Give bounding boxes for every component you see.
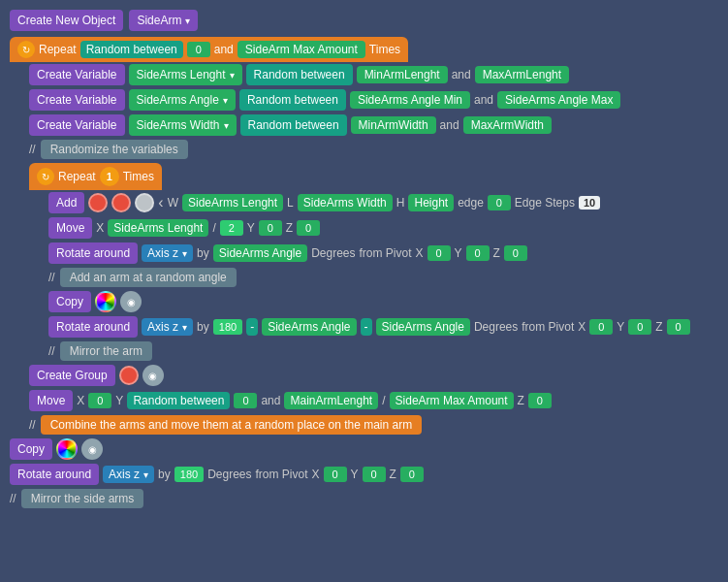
- rotate2-axis-label: Axis z: [147, 320, 178, 334]
- gray-circle: [135, 193, 154, 212]
- random-between4-block[interactable]: Random between: [240, 114, 347, 136]
- create-var3-row: Create Variable SideArms Width ▾ Random …: [29, 114, 718, 136]
- add-height[interactable]: Height: [408, 194, 454, 211]
- comment2-row: // Add an arm at a random angle: [48, 268, 718, 287]
- add-steps-val[interactable]: 10: [579, 196, 600, 210]
- create-group-gray-circle[interactable]: ◉: [142, 365, 164, 386]
- copy1-block[interactable]: Copy: [48, 291, 91, 312]
- rotate3-block[interactable]: Rotate around: [10, 464, 99, 485]
- add-sidearms-lenght[interactable]: SideArms Lenght: [182, 194, 283, 211]
- object-name-block[interactable]: SideArm ▾: [129, 10, 198, 31]
- repeat1-val1[interactable]: 0: [187, 42, 210, 57]
- rotate2-by: by: [197, 320, 209, 334]
- comment5-text: Mirror the side arms: [21, 489, 144, 508]
- repeat2-val[interactable]: 1: [100, 167, 119, 186]
- add-block[interactable]: Add: [48, 192, 84, 213]
- move2-z-val[interactable]: 0: [528, 393, 552, 408]
- rotate1-z-val[interactable]: 0: [504, 245, 527, 261]
- rotate2-x-val[interactable]: 0: [589, 319, 613, 335]
- add-l: L: [287, 196, 294, 210]
- rotate2-val[interactable]: 180: [213, 319, 242, 335]
- sidearms-width-block[interactable]: SideArms Width ▾: [129, 114, 237, 136]
- add-row: Add ‹ W SideArms Lenght L SideArms Width…: [48, 192, 718, 213]
- chevron-icon6: ▾: [143, 469, 148, 480]
- repeat1-times: Times: [369, 43, 400, 56]
- copy2-gray-circle[interactable]: ◉: [81, 438, 103, 460]
- move1-sidearms-lenght[interactable]: SideArms Lenght: [108, 219, 208, 237]
- sidearm-max-amount-block[interactable]: SideArm Max Amount: [237, 41, 365, 58]
- add-edge-val[interactable]: 0: [488, 195, 511, 210]
- move1-val2[interactable]: 2: [220, 220, 243, 236]
- create-var2-row: Create Variable SideArms Angle ▾ Random …: [29, 89, 718, 111]
- random-between2-block[interactable]: Random between: [246, 64, 353, 85]
- rotate2-axis[interactable]: Axis z ▾: [142, 318, 193, 336]
- max-arm-lenght-block[interactable]: MaxArmLenght: [475, 66, 569, 83]
- copy1-label: Copy: [56, 295, 83, 308]
- random-between3-block[interactable]: Random between: [239, 89, 346, 111]
- max-arm-width-block[interactable]: MaxArmWidth: [463, 116, 552, 134]
- rotate3-x-val[interactable]: 0: [324, 467, 347, 482]
- create-var1-block[interactable]: Create Variable: [29, 64, 125, 85]
- rotate3-degrees: Degrees: [207, 468, 251, 481]
- rotate1-var[interactable]: SideArms Angle: [213, 244, 307, 262]
- rotate2-var1[interactable]: SideArms Angle: [262, 318, 356, 336]
- chevron-icon4: ▾: [182, 248, 187, 259]
- angle-min-block[interactable]: SideArms Angle Min: [350, 91, 470, 109]
- move2-var2[interactable]: SideArm Max Amount: [390, 392, 514, 409]
- repeat2-body: Add ‹ W SideArms Lenght L SideArms Width…: [48, 192, 718, 361]
- move2-and: and: [261, 394, 280, 407]
- sidearms-angle-block[interactable]: SideArms Angle ▾: [129, 89, 236, 111]
- copy2-label: Copy: [17, 442, 45, 456]
- repeat2-block[interactable]: ↻ Repeat 1 Times: [29, 163, 162, 190]
- rotate3-axis[interactable]: Axis z ▾: [103, 466, 154, 483]
- move2-var2-label: SideArm Max Amount: [396, 394, 508, 407]
- move2-x-val[interactable]: 0: [88, 393, 111, 408]
- move1-z-val[interactable]: 0: [297, 220, 320, 236]
- move2-y: Y: [115, 394, 123, 407]
- rotate2-block[interactable]: Rotate around: [48, 316, 138, 338]
- rotate3-y-val[interactable]: 0: [363, 467, 386, 482]
- repeat1-label: Repeat: [39, 43, 77, 56]
- random-between-block[interactable]: Random between: [80, 41, 183, 58]
- rotate1-y-val[interactable]: 0: [466, 245, 490, 261]
- angle-max-block[interactable]: SideArms Angle Max: [497, 91, 620, 109]
- rotate3-val[interactable]: 180: [174, 467, 204, 482]
- sidearms-lenght-block[interactable]: SideArms Lenght ▾: [129, 64, 242, 85]
- move1-div: /: [212, 221, 215, 235]
- repeat1-icon: ↻: [17, 41, 35, 58]
- rotate2-minus1[interactable]: -: [246, 318, 258, 336]
- move1-row: Move X SideArms Lenght / 2 Y 0 Z 0: [48, 217, 718, 239]
- comment5-row: // Mirror the side arms: [10, 489, 718, 508]
- rotate2-z-val[interactable]: 0: [667, 319, 690, 335]
- move2-val1[interactable]: 0: [234, 393, 257, 408]
- rotate2-y-val[interactable]: 0: [628, 319, 651, 335]
- and3: and: [440, 118, 459, 132]
- create-var2-block[interactable]: Create Variable: [29, 89, 125, 111]
- rotate2-from-pivot: from Pivot: [522, 320, 574, 334]
- copy1-gray-circle[interactable]: ◉: [120, 291, 142, 312]
- create-group-block[interactable]: Create Group: [29, 365, 115, 386]
- min-arm-lenght-label: MinArmLenght: [364, 68, 440, 81]
- create-new-object-block[interactable]: Create New Object: [10, 10, 123, 31]
- rotate2-minus2[interactable]: -: [361, 318, 372, 336]
- rotate1-axis[interactable]: Axis z ▾: [142, 244, 193, 262]
- comment2-slash: //: [48, 271, 55, 284]
- move1-block[interactable]: Move: [48, 217, 92, 239]
- rotate1-block[interactable]: Rotate around: [48, 242, 138, 264]
- create-var3-block[interactable]: Create Variable: [29, 114, 125, 136]
- min-arm-lenght-block[interactable]: MinArmLenght: [357, 66, 448, 83]
- move2-between[interactable]: Random between: [127, 392, 230, 409]
- move2-block[interactable]: Move: [29, 390, 73, 411]
- comment3-row: // Mirror the arm: [48, 341, 718, 361]
- copy2-block[interactable]: Copy: [10, 438, 52, 460]
- rotate2-var2[interactable]: SideArms Angle: [376, 318, 470, 336]
- rainbow-circle1: [95, 291, 116, 312]
- add-sidearms-width[interactable]: SideArms Width: [298, 194, 393, 211]
- repeat1-block[interactable]: ↻ Repeat Random between 0 and SideArm Ma…: [10, 37, 408, 62]
- min-arm-width-block[interactable]: MinArmWidth: [351, 116, 436, 134]
- move2-var1[interactable]: MainArmLenght: [284, 392, 378, 409]
- rotate1-x-val[interactable]: 0: [427, 245, 451, 261]
- chevron-icon2: ▾: [223, 95, 228, 106]
- move1-y-val[interactable]: 0: [259, 220, 282, 236]
- rotate3-z-val[interactable]: 0: [400, 467, 424, 482]
